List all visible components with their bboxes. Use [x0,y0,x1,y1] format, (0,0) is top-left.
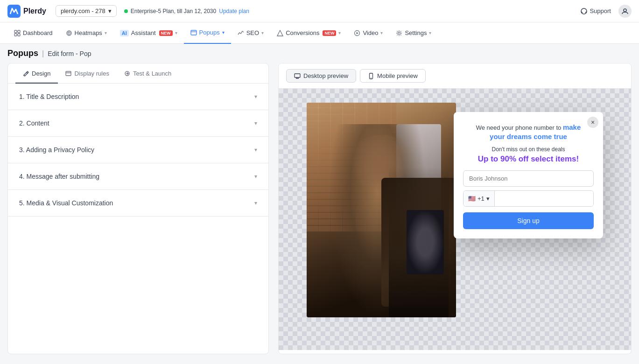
update-plan-link[interactable]: Update plan [219,8,249,14]
popup-phone-row: 🇺🇸 +1 ▾ [463,190,594,207]
nav-label-video: Video [363,29,378,36]
svg-point-7 [67,31,71,35]
accordion: 1. Title & Description ▾ 2. Content ▾ 3.… [8,84,268,217]
nav-item-conversions[interactable]: Conversions NEW ▾ [270,22,347,44]
accordion-chevron-4: ▾ [254,173,257,180]
display-rules-icon [65,70,71,77]
mobile-preview-button[interactable]: Mobile preview [360,69,426,83]
plan-text: Enterprise-5 Plan, till Jan 12, 2030 [131,8,216,14]
content-area: Design Display rules Test & Launch 1. [0,63,639,362]
tab-display-rules-label: Display rules [74,70,109,77]
popup-phone-flag[interactable]: 🇺🇸 +1 ▾ [463,191,495,206]
desktop-preview-label: Desktop preview [303,72,348,79]
nav-item-settings[interactable]: Settings ▾ [389,22,438,44]
nav-label-dashboard: Dashboard [23,29,53,36]
nav-item-assistant[interactable]: AI Assistant NEW ▾ [113,22,184,44]
svg-point-1 [581,8,587,14]
phone-code: +1 [477,195,485,202]
nav-label-popups: Popups [199,29,220,36]
accordion-title-3: 3. Adding a Privacy Policy [19,146,94,154]
accordion-chevron-3: ▾ [254,147,257,153]
close-icon: × [591,119,595,126]
tab-display-rules[interactable]: Display rules [58,63,116,84]
svg-point-20 [371,77,372,78]
svg-point-8 [68,32,70,34]
nav-item-video[interactable]: Video ▾ [347,22,389,44]
nav-label-conversions: Conversions [286,29,319,36]
seo-icon [238,30,244,36]
accordion-item-title-description[interactable]: 1. Title & Description ▾ [8,84,268,110]
site-selector-chevron: ▾ [108,7,112,14]
heatmaps-icon [66,30,72,36]
popup-card: × We need your phone number to make your… [454,112,603,238]
popup-phone-input[interactable] [495,191,593,206]
tab-test-launch-label: Test & Launch [133,70,171,77]
right-panel: Desktop preview Mobile preview [278,63,632,354]
design-pencil-icon [23,70,29,77]
nav-item-dashboard[interactable]: Dashboard [7,22,59,44]
seo-chevron: ▾ [261,30,264,35]
plan-status-dot [124,9,128,13]
editor-tabs: Design Display rules Test & Launch [8,63,268,84]
tab-design-label: Design [32,70,50,77]
mobile-preview-label: Mobile preview [377,72,418,79]
left-panel: Design Display rules Test & Launch 1. [7,63,269,354]
svg-point-14 [398,32,400,34]
accordion-item-content[interactable]: 2. Content ▾ [8,110,268,137]
accordion-item-media-visual[interactable]: 5. Media & Visual Customization ▾ [8,190,268,217]
desktop-icon [294,73,301,79]
user-account-icon[interactable] [618,5,632,18]
svg-rect-5 [14,34,17,36]
tab-test-launch[interactable]: Test & Launch [117,63,179,84]
plan-badge: Enterprise-5 Plan, till Jan 12, 2030 Upd… [124,8,249,14]
logo-text: Plerdy [23,7,46,15]
tab-design[interactable]: Design [15,63,58,84]
svg-rect-6 [18,34,20,36]
preview-background-photo [307,103,456,317]
site-selector[interactable]: plerdy.com - 278 ▾ [56,5,117,17]
settings-chevron: ▾ [429,30,431,35]
video-chevron: ▾ [380,30,383,35]
nav-item-seo[interactable]: SEO ▾ [231,22,270,44]
support-label: Support [590,7,611,14]
accordion-title-5: 5. Media & Visual Customization [19,199,113,207]
breadcrumb-main: Popups [7,49,38,58]
conversions-chevron: ▾ [338,30,341,35]
logo[interactable]: Plerdy [7,5,46,18]
assistant-chevron: ▾ [175,30,177,35]
accordion-chevron-1: ▾ [254,93,257,100]
breadcrumb: Popups | Edit form - Pop [0,44,639,63]
nav-item-popups[interactable]: Popups ▾ [184,22,231,44]
top-navigation: Plerdy plerdy.com - 278 ▾ Enterprise-5 P… [0,0,639,22]
mobile-icon [368,73,374,79]
signup-label: Sign up [517,217,539,224]
svg-rect-18 [295,74,300,77]
dashboard-icon [14,30,21,36]
main-navigation: Dashboard Heatmaps ▾ AI Assistant NEW ▾ … [0,22,639,44]
test-launch-icon [124,70,130,77]
popup-signup-button[interactable]: Sign up [463,212,594,229]
popup-subtitle: We need your phone number to make [463,123,594,131]
popup-deal-sub: Don't miss out on these deals [463,146,594,153]
nav-label-heatmaps: Heatmaps [75,29,102,36]
accordion-title-4: 4. Message after submitting [19,173,99,180]
popup-title-blue: your dreams come true [463,132,594,141]
support-button[interactable]: Support [580,7,611,15]
preview-area: × We need your phone number to make your… [279,89,631,350]
desktop-preview-button[interactable]: Desktop preview [286,69,356,83]
popups-chevron: ▾ [222,30,225,35]
popup-subtitle-bold: make [563,123,581,131]
accordion-chevron-5: ▾ [254,200,257,206]
popup-name-input[interactable] [463,170,594,187]
popup-deal-main: Up to 90% off select items! [463,154,594,164]
svg-marker-11 [277,30,283,36]
nav-item-heatmaps[interactable]: Heatmaps ▾ [59,22,113,44]
popup-close-button[interactable]: × [587,117,598,128]
accordion-item-message-after[interactable]: 4. Message after submitting ▾ [8,163,268,190]
svg-marker-13 [357,32,359,34]
headset-icon [580,7,588,15]
accordion-item-privacy-policy[interactable]: 3. Adding a Privacy Policy ▾ [8,137,268,163]
nav-label-settings: Settings [405,29,427,36]
nav-label-seo: SEO [246,29,259,36]
conversions-icon [277,30,283,36]
